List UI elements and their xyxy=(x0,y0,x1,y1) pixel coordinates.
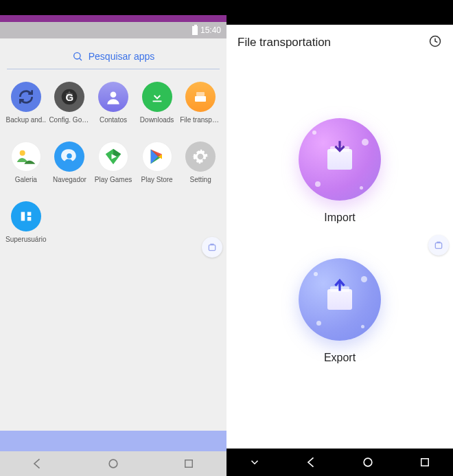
history-icon[interactable] xyxy=(428,34,442,51)
import-label: Import xyxy=(324,212,355,224)
export-circle-icon xyxy=(299,258,381,341)
app-label: File transpor.. xyxy=(180,116,221,124)
contacts-icon xyxy=(98,82,128,112)
downloads-icon xyxy=(142,82,172,112)
backup-icon xyxy=(11,82,41,112)
app-label: Config. Goog.. xyxy=(49,116,90,124)
nav-bar-right xyxy=(226,449,453,476)
app-file-transport[interactable]: File transpor.. xyxy=(180,82,221,124)
play-store-icon xyxy=(142,141,172,172)
svg-rect-20 xyxy=(435,243,441,249)
svg-rect-16 xyxy=(185,460,193,468)
app-label: Superusuário xyxy=(5,236,46,243)
search-icon xyxy=(72,51,83,62)
svg-point-7 xyxy=(19,150,25,156)
svg-rect-6 xyxy=(196,92,205,96)
svg-rect-11 xyxy=(21,212,25,221)
app-label: Contatos xyxy=(100,116,127,124)
app-label: Backup and.. xyxy=(6,116,46,124)
page-title: File transportation xyxy=(237,36,331,49)
app-label: Galeria xyxy=(15,176,37,183)
svg-rect-14 xyxy=(209,245,215,251)
nav-recents-button[interactable] xyxy=(417,455,432,470)
svg-rect-22 xyxy=(421,459,429,466)
app-google-settings[interactable]: G Config. Goog.. xyxy=(49,82,90,124)
nav-home-button[interactable] xyxy=(106,456,121,471)
settings-icon xyxy=(185,141,216,172)
svg-line-1 xyxy=(80,58,82,60)
floating-assist-button-right[interactable] xyxy=(428,235,449,256)
app-play-store[interactable]: Play Store xyxy=(137,141,178,183)
svg-point-21 xyxy=(364,458,372,466)
superuser-icon xyxy=(11,201,41,231)
search-apps-row[interactable]: Pesquisar apps xyxy=(0,38,226,69)
app-superuser[interactable]: Superusuário xyxy=(5,201,47,243)
main-actions: Import Export xyxy=(226,60,453,449)
battery-icon xyxy=(192,26,198,35)
app-label: Play Store xyxy=(141,176,173,183)
app-backup[interactable]: Backup and.. xyxy=(5,82,47,124)
right-phone-screenshot: File transportation Import Export xyxy=(226,0,453,476)
app-label: Play Games xyxy=(95,176,132,183)
nav-recents-button[interactable] xyxy=(181,456,196,471)
top-black-bar xyxy=(0,0,226,15)
gallery-icon xyxy=(11,141,41,172)
status-bar-accent xyxy=(0,15,226,22)
nav-dropdown-button[interactable] xyxy=(247,455,262,470)
status-time: 15:40 xyxy=(200,25,221,35)
export-button[interactable]: Export xyxy=(299,258,381,364)
svg-rect-5 xyxy=(195,96,206,102)
search-placeholder: Pesquisar apps xyxy=(89,51,155,62)
app-label: Navegador xyxy=(53,176,86,183)
svg-point-0 xyxy=(73,53,80,59)
svg-point-3 xyxy=(111,91,117,98)
google-settings-icon: G xyxy=(54,82,84,112)
browser-icon xyxy=(54,141,84,172)
import-button[interactable]: Import xyxy=(299,118,381,224)
nav-back-button[interactable] xyxy=(30,456,45,471)
svg-rect-13 xyxy=(27,217,32,221)
bottom-accent-bar xyxy=(0,431,226,451)
floating-assist-button-left[interactable] xyxy=(202,237,222,258)
app-gallery[interactable]: Galeria xyxy=(5,141,47,183)
app-settings[interactable]: Setting xyxy=(180,141,221,183)
app-contacts[interactable]: Contatos xyxy=(93,82,134,124)
left-phone-screenshot: 15:40 Pesquisar apps Backup and.. G Conf… xyxy=(0,0,226,476)
app-play-games[interactable]: Play Games xyxy=(93,141,134,183)
svg-rect-4 xyxy=(152,101,161,102)
svg-point-15 xyxy=(109,460,117,468)
header: File transportation xyxy=(226,25,453,60)
nav-home-button[interactable] xyxy=(360,455,375,470)
app-label: Setting xyxy=(190,176,211,183)
status-bar-black xyxy=(226,0,453,25)
apps-grid: Backup and.. G Config. Goog.. Contatos D… xyxy=(0,69,226,243)
app-label: Downloads xyxy=(140,116,174,124)
app-downloads[interactable]: Downloads xyxy=(137,82,178,124)
file-transport-icon xyxy=(185,82,216,112)
nav-bar-left xyxy=(0,451,226,476)
nav-back-button[interactable] xyxy=(304,455,319,470)
import-circle-icon xyxy=(299,118,381,201)
svg-rect-12 xyxy=(27,212,32,216)
play-games-icon xyxy=(98,141,128,172)
app-browser[interactable]: Navegador xyxy=(49,141,90,183)
export-label: Export xyxy=(324,352,356,364)
status-bar: 15:40 xyxy=(0,22,226,38)
